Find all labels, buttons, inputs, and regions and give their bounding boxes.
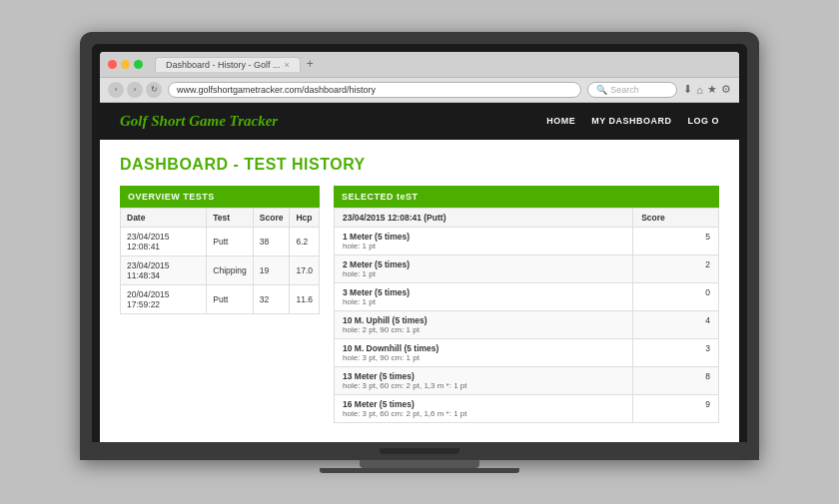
page-title-rest: - TEST HISTORY (229, 156, 366, 173)
col-score: Score (253, 208, 290, 227)
list-item: 2 Meter (5 times) hole: 1 pt 2 (335, 254, 719, 282)
cell-date: 23/04/2015 12:08:41 (121, 227, 207, 255)
list-item: 16 Meter (5 times) hole: 3 pt, 60 cm: 2 … (335, 394, 719, 422)
col-hcp: Hcp (290, 208, 320, 227)
minimize-button[interactable] (121, 60, 130, 69)
score-cell: 4 (633, 310, 719, 338)
nav-logout[interactable]: LOG O (688, 116, 720, 126)
address-text: www.golfshortgametracker.com/dashboard/h… (177, 85, 376, 95)
list-item: 3 Meter (5 times) hole: 1 pt 0 (335, 282, 719, 310)
score-cell: 2 (633, 254, 719, 282)
close-button[interactable] (108, 60, 117, 69)
cell-date: 23/04/2015 11:48:34 (121, 255, 207, 284)
tab-bar: Dashboard - History - Golf ... × + (155, 57, 318, 72)
table-row[interactable]: 23/04/2015 12:08:41 Putt 38 6.2 (121, 227, 320, 255)
selected-score-col: Score (633, 208, 719, 227)
address-bar: ‹ › ↻ www.golfshortgametracker.com/dashb… (100, 78, 739, 103)
nav-home[interactable]: HOME (546, 116, 575, 126)
cell-score: 19 (253, 255, 290, 284)
test-name-cell: 10 M. Uphill (5 times) hole: 2 pt, 90 cm… (335, 310, 633, 338)
list-item: 13 Meter (5 times) hole: 3 pt, 60 cm: 2 … (335, 366, 719, 394)
cell-hcp: 6.2 (290, 227, 320, 255)
overview-table: Date Test Score Hcp 23/04/2015 12:08:41 … (120, 208, 320, 314)
selected-section: SELECTED teST 23/04/2015 12:08:41 (Putt)… (334, 186, 719, 423)
search-placeholder: Search (610, 85, 639, 95)
download-icon[interactable]: ⬇ (683, 83, 692, 96)
laptop-stand (360, 460, 479, 468)
test-name-cell: 3 Meter (5 times) hole: 1 pt (335, 282, 633, 310)
back-button[interactable]: ‹ (108, 82, 124, 98)
test-name-cell: 16 Meter (5 times) hole: 3 pt, 60 cm: 2 … (335, 394, 633, 422)
overview-section: OVERVIEW TESTS Date Test Score Hcp (120, 186, 320, 423)
test-name-cell: 1 Meter (5 times) hole: 1 pt (335, 227, 633, 254)
cell-score: 32 (253, 284, 290, 313)
score-cell: 9 (633, 394, 719, 422)
test-name-cell: 2 Meter (5 times) hole: 1 pt (335, 254, 633, 282)
score-cell: 3 (633, 338, 719, 366)
cell-hcp: 11.6 (290, 284, 320, 313)
cell-test: Putt (207, 284, 254, 313)
selected-subtitle-col: 23/04/2015 12:08:41 (Putt) (335, 208, 633, 227)
page-title: DASHBOARD - TEST HISTORY (120, 156, 719, 174)
website-content: Golf Short Game Tracker HOME MY DASHBOAR… (100, 103, 739, 442)
bookmark-icon[interactable]: ★ (707, 83, 717, 96)
search-icon: 🔍 (596, 85, 607, 95)
list-item: 1 Meter (5 times) hole: 1 pt 5 (335, 227, 719, 254)
col-test: Test (207, 208, 254, 227)
score-cell: 0 (633, 282, 719, 310)
forward-button[interactable]: › (127, 82, 143, 98)
screen-bezel: Dashboard - History - Golf ... × + ‹ › ↻ (92, 44, 747, 442)
cell-date: 20/04/2015 17:59:22 (121, 284, 207, 313)
laptop-shell: Dashboard - History - Golf ... × + ‹ › ↻ (80, 32, 759, 460)
site-logo: Golf Short Game Tracker (120, 113, 278, 130)
toolbar-icons: ⬇ ⌂ ★ ⚙ (683, 83, 731, 96)
nav-dashboard[interactable]: MY DASHBOARD (591, 116, 671, 126)
settings-icon[interactable]: ⚙ (721, 83, 731, 96)
table-row[interactable]: 23/04/2015 11:48:34 Chipping 19 17.0 (121, 255, 320, 284)
laptop-base (92, 442, 747, 460)
active-tab[interactable]: Dashboard - History - Golf ... × (155, 57, 301, 72)
search-field[interactable]: 🔍 Search (587, 82, 677, 98)
list-item: 10 M. Downhill (5 times) hole: 3 pt, 90 … (335, 338, 719, 366)
selected-table: 23/04/2015 12:08:41 (Putt) Score 1 Meter… (334, 208, 719, 423)
traffic-lights (108, 60, 143, 69)
site-nav: Golf Short Game Tracker HOME MY DASHBOAR… (100, 103, 739, 140)
overview-header: OVERVIEW TESTS (120, 186, 320, 208)
browser-titlebar: Dashboard - History - Golf ... × + (100, 52, 739, 78)
table-row[interactable]: 20/04/2015 17:59:22 Putt 32 11.6 (121, 284, 320, 313)
maximize-button[interactable] (134, 60, 143, 69)
score-cell: 5 (633, 227, 719, 254)
cell-test: Putt (207, 227, 254, 255)
test-name-cell: 13 Meter (5 times) hole: 3 pt, 60 cm: 2 … (335, 366, 633, 394)
cell-hcp: 17.0 (290, 255, 320, 284)
tab-close-icon[interactable]: × (285, 60, 290, 70)
browser-window: Dashboard - History - Golf ... × + ‹ › ↻ (100, 52, 739, 442)
main-content: DASHBOARD - TEST HISTORY OVERVIEW TESTS … (100, 140, 739, 439)
home-icon[interactable]: ⌂ (696, 84, 703, 96)
tables-container: OVERVIEW TESTS Date Test Score Hcp (120, 186, 719, 423)
nav-buttons: ‹ › ↻ (108, 82, 162, 98)
col-date: Date (121, 208, 207, 227)
list-item: 10 M. Uphill (5 times) hole: 2 pt, 90 cm… (335, 310, 719, 338)
address-input[interactable]: www.golfshortgametracker.com/dashboard/h… (168, 82, 581, 98)
tab-label: Dashboard - History - Golf ... (166, 60, 281, 70)
cell-test: Chipping (207, 255, 254, 284)
score-cell: 8 (633, 366, 719, 394)
selected-header: SELECTED teST (334, 186, 719, 208)
test-name-cell: 10 M. Downhill (5 times) hole: 3 pt, 90 … (335, 338, 633, 366)
nav-links: HOME MY DASHBOARD LOG O (546, 116, 719, 126)
laptop-foot (320, 468, 519, 473)
new-tab-button[interactable]: + (303, 57, 318, 71)
cell-score: 38 (253, 227, 290, 255)
laptop-notch (380, 448, 459, 454)
page-title-green: DASHBOARD (120, 156, 229, 173)
refresh-button[interactable]: ↻ (146, 82, 162, 98)
